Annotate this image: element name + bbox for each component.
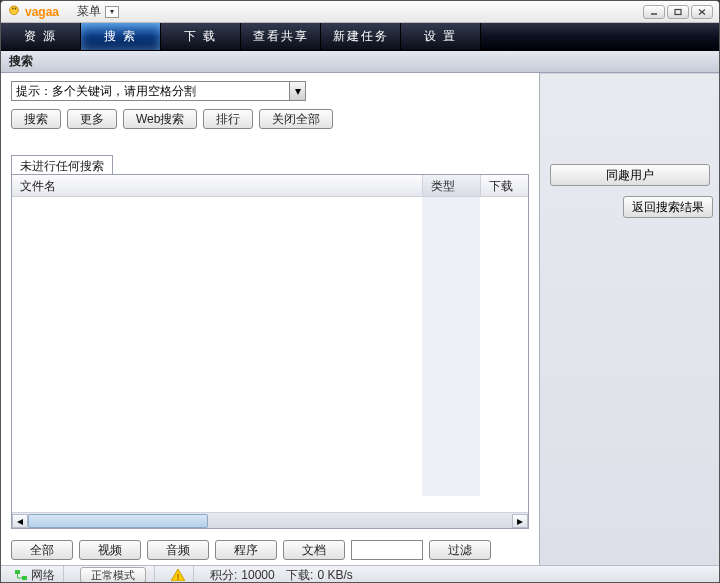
panel-title-text: 搜索 <box>9 53 33 70</box>
nav-settings[interactable]: 设 置 <box>401 23 481 50</box>
menu-dropdown-icon[interactable]: ▾ <box>105 6 119 18</box>
horizontal-scrollbar[interactable]: ◂ ▸ <box>12 512 528 528</box>
filter-document-button[interactable]: 文档 <box>283 540 345 560</box>
web-search-button[interactable]: Web搜索 <box>123 109 197 129</box>
points-value: 10000 <box>241 568 274 582</box>
nav-new-task[interactable]: 新建任务 <box>321 23 401 50</box>
app-logo-icon <box>7 5 21 19</box>
main-nav: 资 源 搜 索 下 载 查看共享 新建任务 设 置 <box>1 23 719 51</box>
rank-button[interactable]: 排行 <box>203 109 253 129</box>
menu-button[interactable]: 菜单 ▾ <box>71 2 125 21</box>
results-tab-empty[interactable]: 未进行任何搜索 <box>11 155 113 175</box>
col-download[interactable]: 下载 <box>480 175 528 196</box>
close-button[interactable] <box>691 5 713 19</box>
nav-resource[interactable]: 资 源 <box>1 23 81 50</box>
right-panel: 同趣用户 返回搜索结果 <box>540 73 719 565</box>
results-tabs: 未进行任何搜索 <box>11 155 529 174</box>
more-button[interactable]: 更多 <box>67 109 117 129</box>
filter-audio-button[interactable]: 音频 <box>147 540 209 560</box>
scroll-left-icon[interactable]: ◂ <box>12 514 28 528</box>
filter-text-input[interactable] <box>351 540 423 560</box>
network-label: 网络 <box>31 567 55 584</box>
svg-rect-7 <box>15 570 20 574</box>
back-to-results-button[interactable]: 返回搜索结果 <box>623 196 713 218</box>
filter-program-button[interactable]: 程序 <box>215 540 277 560</box>
dropdown-arrow-icon[interactable]: ▾ <box>289 82 305 100</box>
dropdown-text: 提示：多个关键词，请用空格分割 <box>16 83 289 100</box>
svg-text:!: ! <box>177 572 180 581</box>
menu-label: 菜单 <box>77 3 101 20</box>
filter-video-button[interactable]: 视频 <box>79 540 141 560</box>
col-type[interactable]: 类型 <box>422 175 480 196</box>
window-buttons <box>643 5 713 19</box>
panel-title: 搜索 <box>1 51 719 73</box>
maximize-button[interactable] <box>667 5 689 19</box>
download-label: 下载: <box>286 567 313 584</box>
statusbar: 网络 正常模式 ! 积分: 10000 下载: 0 KB/s <box>1 565 719 583</box>
grid-body <box>12 197 528 512</box>
search-keyword-dropdown[interactable]: 提示：多个关键词，请用空格分割 ▾ <box>11 81 306 101</box>
download-value: 0 KB/s <box>317 568 352 582</box>
svg-rect-1 <box>12 7 13 9</box>
nav-search[interactable]: 搜 索 <box>81 23 161 50</box>
svg-rect-4 <box>675 9 681 14</box>
filter-row: 全部 视频 音频 程序 文档 过滤 <box>1 535 539 565</box>
scroll-right-icon[interactable]: ▸ <box>512 514 528 528</box>
titlebar: vagaa 菜单 ▾ <box>1 1 719 23</box>
share-status-icon: ! <box>171 569 185 581</box>
svg-point-0 <box>10 5 19 14</box>
filter-apply-button[interactable]: 过滤 <box>429 540 491 560</box>
points-label: 积分: <box>210 567 237 584</box>
app-name: vagaa <box>25 5 59 19</box>
same-interest-users-button[interactable]: 同趣用户 <box>550 164 710 186</box>
col-filename[interactable]: 文件名 <box>12 175 422 196</box>
nav-view-share[interactable]: 查看共享 <box>241 23 321 50</box>
minimize-button[interactable] <box>643 5 665 19</box>
network-status-icon <box>15 570 27 580</box>
search-button[interactable]: 搜索 <box>11 109 61 129</box>
mode-button[interactable]: 正常模式 <box>80 567 146 583</box>
scroll-thumb[interactable] <box>28 514 208 528</box>
nav-download[interactable]: 下 载 <box>161 23 241 50</box>
filter-all-button[interactable]: 全部 <box>11 540 73 560</box>
grid-header: 文件名 类型 下载 <box>12 175 528 197</box>
close-all-button[interactable]: 关闭全部 <box>259 109 333 129</box>
svg-rect-2 <box>15 7 16 9</box>
results-grid: 文件名 类型 下载 ◂ ▸ <box>11 174 529 529</box>
